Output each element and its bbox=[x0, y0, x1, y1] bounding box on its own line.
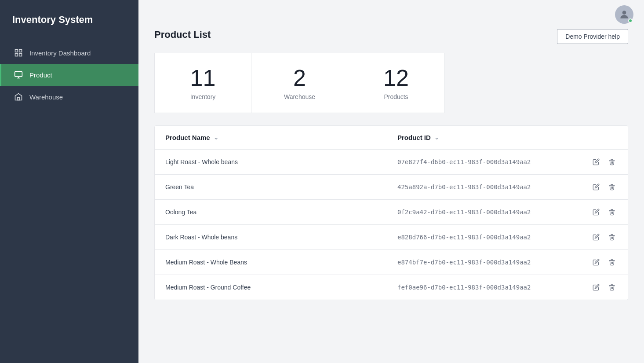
svg-rect-1 bbox=[19, 50, 22, 52]
avatar[interactable] bbox=[615, 5, 633, 24]
table-row: Green Tea 425a892a-d7b0-ec11-983f-000d3a… bbox=[155, 175, 628, 200]
cell-product-name: Oolong Tea bbox=[165, 209, 397, 216]
cell-product-name: Medium Roast - Whole Beans bbox=[165, 259, 397, 266]
sidebar-item-dashboard[interactable]: Inventory Dashboard bbox=[0, 42, 138, 64]
sidebar-nav: Inventory Dashboard Product Warehouse bbox=[0, 38, 138, 108]
cell-actions bbox=[582, 208, 617, 216]
cell-actions bbox=[582, 283, 617, 292]
cell-actions bbox=[582, 258, 617, 267]
delete-button[interactable] bbox=[607, 283, 617, 292]
online-indicator bbox=[628, 18, 633, 23]
svg-rect-0 bbox=[15, 50, 18, 52]
sort-id-icon: ⌄ bbox=[434, 134, 439, 141]
svg-point-6 bbox=[622, 11, 626, 15]
dashboard-icon bbox=[14, 48, 23, 58]
stats-row: 11 Inventory 2 Warehouse 12 Products bbox=[138, 53, 644, 125]
table-body: Light Roast - Whole beans 07e827f4-d6b0-… bbox=[155, 150, 628, 300]
delete-button[interactable] bbox=[607, 233, 617, 242]
delete-button[interactable] bbox=[607, 158, 617, 166]
cell-product-id: 425a892a-d7b0-ec11-983f-000d3a149aa2 bbox=[397, 183, 582, 191]
cell-product-name: Light Roast - Whole beans bbox=[165, 158, 397, 165]
edit-button[interactable] bbox=[591, 183, 601, 191]
warehouse-label: Warehouse bbox=[284, 93, 315, 100]
cell-product-name: Dark Roast - Whole beans bbox=[165, 234, 397, 241]
cell-product-id: 07e827f4-d6b0-ec11-983f-000d3a149aa2 bbox=[397, 158, 582, 165]
warehouse-count: 2 bbox=[293, 66, 306, 91]
table-row: Oolong Tea 0f2c9a42-d7b0-ec11-983f-000d3… bbox=[155, 200, 628, 225]
warehouse-icon bbox=[14, 92, 23, 102]
page-title: Product List bbox=[154, 29, 211, 40]
sidebar-item-product[interactable]: Product bbox=[0, 64, 138, 86]
cell-product-name: Medium Roast - Ground Coffee bbox=[165, 284, 397, 291]
sidebar-item-warehouse-label: Warehouse bbox=[29, 93, 63, 101]
cell-product-id: 0f2c9a42-d7b0-ec11-983f-000d3a149aa2 bbox=[397, 209, 582, 216]
sidebar: Inventory System Inventory Dashboard bbox=[0, 0, 138, 363]
inventory-label: Inventory bbox=[190, 93, 216, 100]
sidebar-item-product-label: Product bbox=[29, 71, 52, 79]
app-title: Inventory System bbox=[0, 0, 138, 38]
cell-product-name: Green Tea bbox=[165, 183, 397, 191]
cell-actions bbox=[582, 158, 617, 166]
product-icon bbox=[14, 70, 23, 80]
column-header-id[interactable]: Product ID ⌄ bbox=[397, 134, 582, 141]
svg-rect-2 bbox=[15, 54, 18, 56]
cell-product-id: fef0ae96-d7b0-ec11-983f-000d3a149aa2 bbox=[397, 284, 582, 291]
svg-rect-3 bbox=[19, 54, 22, 56]
table-row: Light Roast - Whole beans 07e827f4-d6b0-… bbox=[155, 150, 628, 175]
sort-name-icon: ⌄ bbox=[214, 134, 218, 141]
stat-card-warehouse: 2 Warehouse bbox=[251, 53, 348, 113]
table-row: Dark Roast - Whole beans e828d766-d7b0-e… bbox=[155, 225, 628, 250]
stat-card-products: 12 Products bbox=[348, 53, 444, 113]
table-row: Medium Roast - Ground Coffee fef0ae96-d7… bbox=[155, 275, 628, 300]
table-header: Product Name ⌄ Product ID ⌄ bbox=[155, 126, 628, 150]
inventory-count: 11 bbox=[190, 66, 216, 91]
topbar bbox=[138, 0, 644, 29]
edit-button[interactable] bbox=[591, 158, 601, 166]
cell-product-id: e828d766-d7b0-ec11-983f-000d3a149aa2 bbox=[397, 234, 582, 241]
edit-button[interactable] bbox=[591, 258, 601, 267]
edit-button[interactable] bbox=[591, 208, 601, 216]
svg-rect-5 bbox=[18, 98, 20, 100]
main-content: Product List Demo Provider help 11 Inven… bbox=[138, 0, 644, 363]
table-row: Medium Roast - Whole Beans e874bf7e-d7b0… bbox=[155, 250, 628, 275]
delete-button[interactable] bbox=[607, 183, 617, 191]
edit-button[interactable] bbox=[591, 283, 601, 292]
products-label: Products bbox=[384, 93, 408, 100]
delete-button[interactable] bbox=[607, 208, 617, 216]
help-button[interactable]: Demo Provider help bbox=[557, 29, 628, 44]
column-header-name[interactable]: Product Name ⌄ bbox=[165, 134, 397, 141]
stat-card-inventory: 11 Inventory bbox=[154, 53, 251, 113]
delete-button[interactable] bbox=[607, 258, 617, 267]
cell-actions bbox=[582, 183, 617, 191]
svg-rect-4 bbox=[15, 72, 22, 77]
sidebar-item-dashboard-label: Inventory Dashboard bbox=[29, 49, 91, 57]
cell-actions bbox=[582, 233, 617, 242]
products-count: 12 bbox=[383, 66, 409, 91]
product-table: Product Name ⌄ Product ID ⌄ Light Roast … bbox=[154, 125, 628, 300]
cell-product-id: e874bf7e-d7b0-ec11-983f-000d3a149aa2 bbox=[397, 259, 582, 266]
edit-button[interactable] bbox=[591, 233, 601, 242]
sidebar-item-warehouse[interactable]: Warehouse bbox=[0, 86, 138, 108]
page-header: Product List Demo Provider help bbox=[138, 29, 644, 53]
